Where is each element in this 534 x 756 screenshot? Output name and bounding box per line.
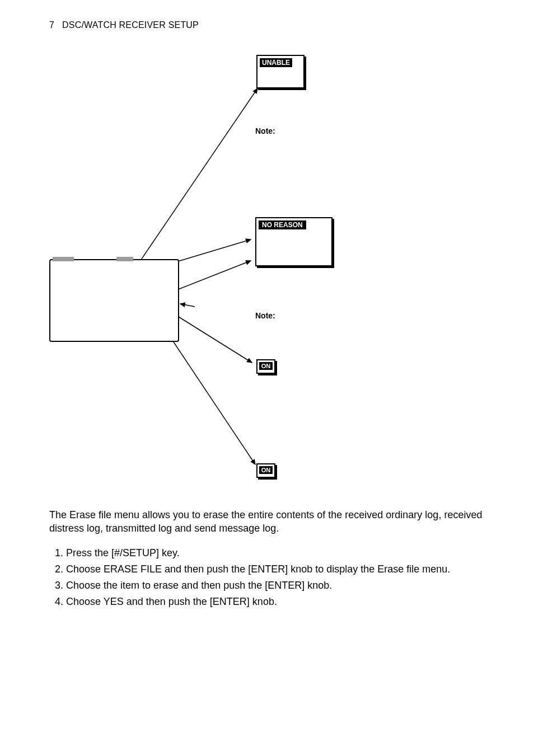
body-text: The Erase file menu allows you to erase … [49,508,489,609]
on-label-1: ON [259,362,273,370]
svg-line-3 [171,312,252,363]
svg-line-0 [139,88,257,263]
page-header: 7 DSC/WATCH RECEIVER SETUP [49,20,489,30]
unable-label: UNABLE [260,58,292,67]
no-reason-label: NO REASON [259,220,306,229]
menu-tab-1 [53,257,74,261]
step-4: Choose YES and then push the [ENTER] kno… [66,594,489,609]
on-option-box-1: ON [256,359,275,374]
setup-menu-panel [49,259,179,342]
erase-file-steps: Press the [#/SETUP] key. Choose ERASE FI… [49,546,489,609]
step-3: Choose the item to erase and then push t… [66,578,489,593]
step-2: Choose ERASE FILE and then push the [ENT… [66,562,489,577]
svg-line-4 [180,304,195,307]
note-1: Note: [255,126,275,135]
erase-file-description: The Erase file menu allows you to erase … [49,508,489,536]
svg-line-2 [177,261,251,290]
note-2: Note: [255,311,275,320]
on-label-2: ON [259,466,273,474]
on-option-box-2: ON [256,463,275,478]
no-reason-option-box: NO REASON [255,217,332,266]
chapter-number: 7 [49,20,54,30]
unable-option-box: UNABLE [256,55,305,88]
menu-tab-2 [116,257,133,261]
menu-tabbar [50,260,178,267]
setup-diagram: UNABLE Note: NO REASON Note: ON ON [49,44,489,508]
chapter-title: DSC/WATCH RECEIVER SETUP [62,20,199,30]
svg-line-5 [161,323,255,464]
step-1: Press the [#/SETUP] key. [66,546,489,561]
